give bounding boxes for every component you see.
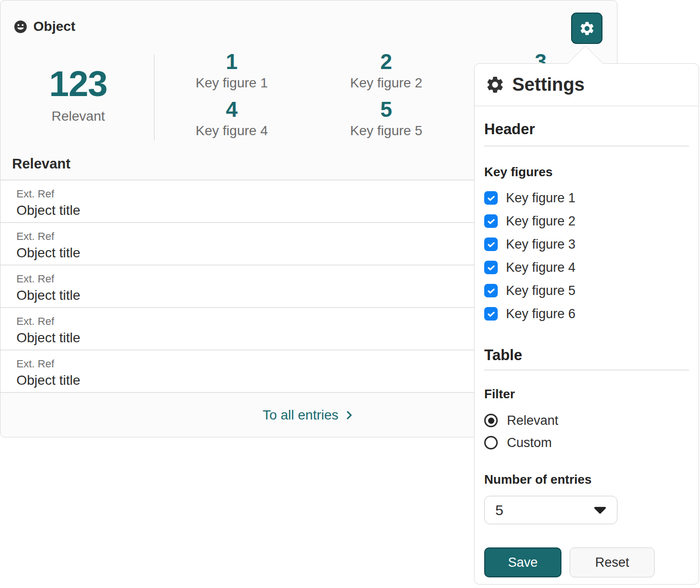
checkbox-icon (484, 238, 498, 251)
key-figure-value: 1 (154, 51, 309, 73)
entries-select-value: 5 (495, 502, 504, 518)
section-title-table: Table (484, 347, 689, 364)
checkbox-label: Key figure 2 (506, 214, 575, 229)
radio-relevant[interactable]: Relevant (484, 409, 689, 432)
key-figure-label: Key figure 2 (309, 75, 463, 91)
checkbox-key-figure-3[interactable]: Key figure 3 (484, 233, 689, 256)
radio-custom[interactable]: Custom (484, 432, 689, 454)
checkbox-label: Key figure 6 (506, 307, 575, 322)
key-figure-label: Key figure 4 (154, 123, 309, 139)
checkbox-key-figure-4[interactable]: Key figure 4 (484, 256, 689, 279)
checkbox-icon (484, 214, 498, 228)
radio-icon (484, 414, 498, 427)
key-figure-value: 4 (154, 98, 309, 121)
checkbox-icon (484, 284, 498, 297)
checkbox-label: Key figure 3 (506, 237, 575, 252)
checkbox-key-figure-5[interactable]: Key figure 5 (484, 279, 689, 302)
checkbox-key-figure-6[interactable]: Key figure 6 (484, 302, 689, 325)
radio-label: Custom (507, 435, 552, 450)
to-all-entries-link[interactable]: To all entries (263, 407, 355, 423)
summary-value: 123 (20, 66, 137, 102)
card-title: Object (33, 19, 75, 34)
section-divider (484, 370, 689, 370)
chevron-right-icon (343, 409, 355, 421)
key-figure-value: 2 (309, 51, 463, 73)
checkbox-key-figure-1[interactable]: Key figure 1 (484, 186, 689, 210)
radio-icon (484, 436, 498, 449)
caret-down-icon (594, 506, 606, 514)
section-divider (484, 146, 689, 146)
key-figure-2: 2 Key figure 2 (309, 51, 463, 91)
checkbox-label: Key figure 1 (506, 191, 575, 206)
key-figure-5: 5 Key figure 5 (309, 98, 463, 139)
key-figure-label: Key figure 5 (309, 123, 463, 139)
to-all-entries-label: To all entries (263, 407, 338, 423)
settings-button[interactable] (571, 13, 602, 44)
summary-kpi: 123 Relevant (20, 66, 137, 124)
filter-group-label: Filter (484, 387, 689, 402)
filter-radio-group: Relevant Custom (484, 409, 689, 454)
settings-title: Settings (512, 74, 585, 95)
key-figures-checkbox-list: Key figure 1 Key figure 2 Key figure 3 K… (484, 186, 689, 325)
reset-button[interactable]: Reset (570, 547, 655, 577)
settings-header: Settings (475, 64, 699, 106)
save-button[interactable]: Save (484, 547, 561, 577)
key-figure-1: 1 Key figure 1 (154, 51, 309, 91)
checkbox-icon (484, 191, 498, 205)
radio-label: Relevant (507, 413, 559, 428)
mood-icon (13, 19, 28, 34)
key-figure-label: Key figure 1 (154, 75, 309, 91)
settings-gear-icon (485, 75, 505, 95)
summary-label: Relevant (20, 109, 137, 124)
checkbox-label: Key figure 5 (506, 283, 575, 298)
checkbox-icon (484, 261, 498, 274)
list-section-title: Relevant (12, 156, 70, 172)
settings-actions: Save Reset (484, 547, 689, 577)
checkbox-icon (484, 307, 498, 321)
key-figure-value: 5 (309, 98, 463, 121)
key-figures-group-label: Key figures (484, 165, 689, 180)
key-figure-4: 4 Key figure 4 (154, 98, 309, 139)
entries-group-label: Number of entries (484, 472, 689, 487)
card-header: Object (13, 19, 75, 34)
settings-popover: Settings Header Key figures Key figure 1… (474, 63, 699, 585)
checkbox-key-figure-2[interactable]: Key figure 2 (484, 210, 689, 233)
gear-icon (579, 20, 595, 37)
checkbox-label: Key figure 4 (506, 260, 575, 275)
settings-body: Header Key figures Key figure 1 Key figu… (475, 106, 699, 577)
entries-select[interactable]: 5 (484, 496, 617, 524)
section-title-header: Header (484, 121, 689, 138)
